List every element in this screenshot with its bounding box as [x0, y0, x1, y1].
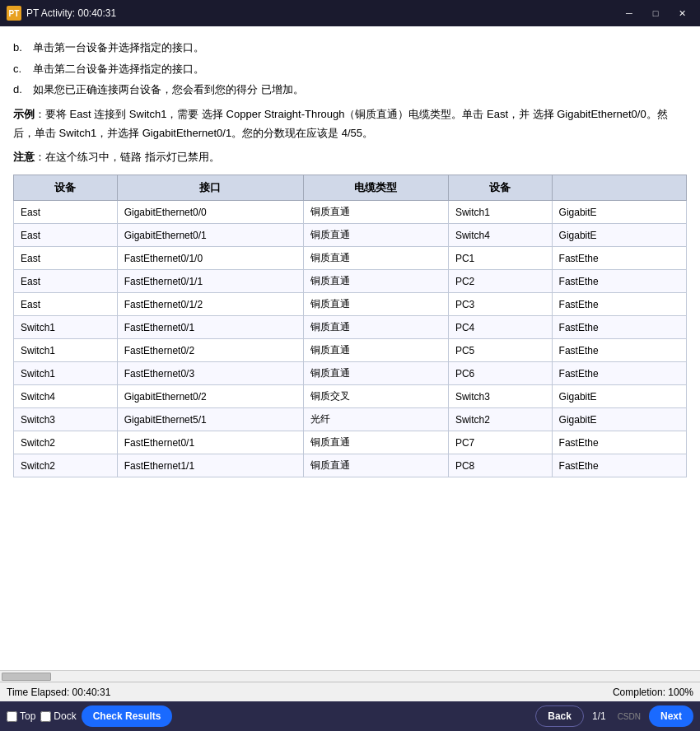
- cell-port2: FastEthe: [552, 431, 686, 454]
- title-bar: PT PT Activity: 00:40:31 ─ □ ✕: [0, 0, 700, 26]
- table-row: East GigabitEthernet0/1 铜质直通 Switch4 Gig…: [14, 224, 687, 247]
- table-row: Switch1 FastEthernet0/3 铜质直通 PC6 FastEth…: [14, 362, 687, 385]
- cell-device2: Switch2: [448, 408, 552, 431]
- cell-port1: GigabitEthernet0/1: [117, 224, 303, 247]
- cell-cable: 光纤: [303, 408, 448, 431]
- cell-port1: GigabitEthernet0/0: [117, 201, 303, 224]
- example-text: ：要将 East 连接到 Switch1，需要 选择 Copper Straig…: [13, 108, 668, 139]
- maximize-button[interactable]: □: [644, 5, 667, 21]
- bottom-toolbar: Top Dock Check Results Back 1/1 CSDN Nex…: [0, 701, 700, 731]
- cell-cable: 铜质直通: [303, 224, 448, 247]
- cell-cable: 铜质直通: [303, 201, 448, 224]
- cell-device1: Switch4: [14, 385, 118, 408]
- cell-port1: GigabitEthernet0/2: [117, 385, 303, 408]
- cell-device2: PC4: [448, 316, 552, 339]
- table-row: East FastEthernet0/1/0 铜质直通 PC1 FastEthe: [14, 247, 687, 270]
- note-block: 注意：在这个练习中，链路 指示灯已禁用。: [13, 149, 687, 166]
- table-row: Switch4 GigabitEthernet0/2 铜质交叉 Switch3 …: [14, 385, 687, 408]
- example-block: 示例：要将 East 连接到 Switch1，需要 选择 Copper Stra…: [13, 105, 687, 143]
- cell-cable: 铜质直通: [303, 293, 448, 316]
- cell-port2: FastEthe: [552, 293, 686, 316]
- top-checkbox-label[interactable]: Top: [7, 710, 35, 722]
- cell-device2: PC8: [448, 454, 552, 477]
- top-checkbox[interactable]: [7, 711, 17, 722]
- cell-cable: 铜质直通: [303, 362, 448, 385]
- cell-cable: 铜质直通: [303, 316, 448, 339]
- cell-port2: GigabitE: [552, 224, 686, 247]
- back-button[interactable]: Back: [535, 705, 584, 727]
- cell-port2: FastEthe: [552, 247, 686, 270]
- cell-port1: FastEthernet0/2: [117, 339, 303, 362]
- cell-device2: Switch1: [448, 201, 552, 224]
- cell-port2: GigabitE: [552, 385, 686, 408]
- cell-device2: PC2: [448, 270, 552, 293]
- instruction-b: b. 单击第一台设备并选择指定的接口。: [13, 40, 687, 56]
- close-button[interactable]: ✕: [670, 5, 693, 21]
- status-bar: Time Elapsed: 00:40:31 Completion: 100%: [0, 682, 700, 701]
- time-elapsed: Time Elapsed: 00:40:31: [7, 687, 613, 698]
- next-button[interactable]: Next: [649, 705, 693, 727]
- cell-cable: 铜质直通: [303, 454, 448, 477]
- horizontal-scrollbar[interactable]: [0, 670, 700, 682]
- window-controls: ─ □ ✕: [618, 5, 693, 21]
- cell-port2: FastEthe: [552, 454, 686, 477]
- cell-device1: East: [14, 201, 118, 224]
- example-prefix: 示例: [13, 108, 35, 120]
- table-row: Switch1 FastEthernet0/1 铜质直通 PC4 FastEth…: [14, 316, 687, 339]
- cell-port1: FastEthernet0/1: [117, 316, 303, 339]
- table-row: East GigabitEthernet0/0 铜质直通 Switch1 Gig…: [14, 201, 687, 224]
- cell-device1: East: [14, 247, 118, 270]
- instruction-b-text: 单击第一台设备并选择指定的接口。: [33, 40, 687, 56]
- cell-cable: 铜质直通: [303, 431, 448, 454]
- cell-device2: PC3: [448, 293, 552, 316]
- cell-device2: PC1: [448, 247, 552, 270]
- cell-port1: FastEthernet0/1/0: [117, 247, 303, 270]
- table-row: Switch3 GigabitEthernet5/1 光纤 Switch2 Gi…: [14, 408, 687, 431]
- header-device1: 设备: [14, 175, 118, 201]
- dock-checkbox-label[interactable]: Dock: [40, 710, 76, 722]
- dock-label: Dock: [54, 710, 76, 722]
- header-port1: 接口: [117, 175, 303, 201]
- cell-port2: FastEthe: [552, 339, 686, 362]
- table-row: Switch2 FastEthernet1/1 铜质直通 PC8 FastEth…: [14, 454, 687, 477]
- cell-port2: FastEthe: [552, 362, 686, 385]
- cell-port1: GigabitEthernet5/1: [117, 408, 303, 431]
- table-row: East FastEthernet0/1/1 铜质直通 PC2 FastEthe: [14, 270, 687, 293]
- top-label: Top: [20, 710, 35, 722]
- cell-port1: FastEthernet0/1: [117, 431, 303, 454]
- instruction-c-text: 单击第二台设备并选择指定的接口。: [33, 61, 687, 77]
- table-row: Switch1 FastEthernet0/2 铜质直通 PC5 FastEth…: [14, 339, 687, 362]
- cell-device1: Switch1: [14, 316, 118, 339]
- cell-device2: Switch4: [448, 224, 552, 247]
- cell-device2: Switch3: [448, 385, 552, 408]
- minimize-button[interactable]: ─: [618, 5, 641, 21]
- cell-cable: 铜质交叉: [303, 385, 448, 408]
- cell-device1: Switch3: [14, 408, 118, 431]
- cell-device1: East: [14, 293, 118, 316]
- cell-cable: 铜质直通: [303, 247, 448, 270]
- check-results-button[interactable]: Check Results: [82, 705, 173, 727]
- main-content: b. 单击第一台设备并选择指定的接口。 c. 单击第二台设备并选择指定的接口。 …: [0, 26, 700, 670]
- cell-device2: PC6: [448, 362, 552, 385]
- table-row: Switch2 FastEthernet0/1 铜质直通 PC7 FastEth…: [14, 431, 687, 454]
- header-cable: 电缆类型: [303, 175, 448, 201]
- cell-device1: Switch1: [14, 362, 118, 385]
- instruction-d-text: 如果您已正确连接两台设备，您会看到您的得分 已增加。: [33, 81, 687, 98]
- app-icon: PT: [7, 6, 21, 21]
- cell-port2: GigabitE: [552, 408, 686, 431]
- cell-device1: Switch2: [14, 454, 118, 477]
- cell-port1: FastEthernet0/1/2: [117, 293, 303, 316]
- dock-checkbox[interactable]: [40, 711, 51, 722]
- cell-device2: PC7: [448, 431, 552, 454]
- table-row: East FastEthernet0/1/2 铜质直通 PC3 FastEthe: [14, 293, 687, 316]
- cell-port2: FastEthe: [552, 270, 686, 293]
- cell-port1: FastEthernet0/1/1: [117, 270, 303, 293]
- table-header-row: 设备 接口 电缆类型 设备: [14, 175, 687, 201]
- scrollbar-thumb[interactable]: [2, 673, 51, 681]
- cell-port1: FastEthernet1/1: [117, 454, 303, 477]
- instruction-b-label: b.: [13, 40, 33, 56]
- cell-device1: East: [14, 270, 118, 293]
- page-indicator: 1/1: [592, 710, 606, 722]
- instruction-c: c. 单击第二台设备并选择指定的接口。: [13, 61, 687, 77]
- cell-cable: 铜质直通: [303, 339, 448, 362]
